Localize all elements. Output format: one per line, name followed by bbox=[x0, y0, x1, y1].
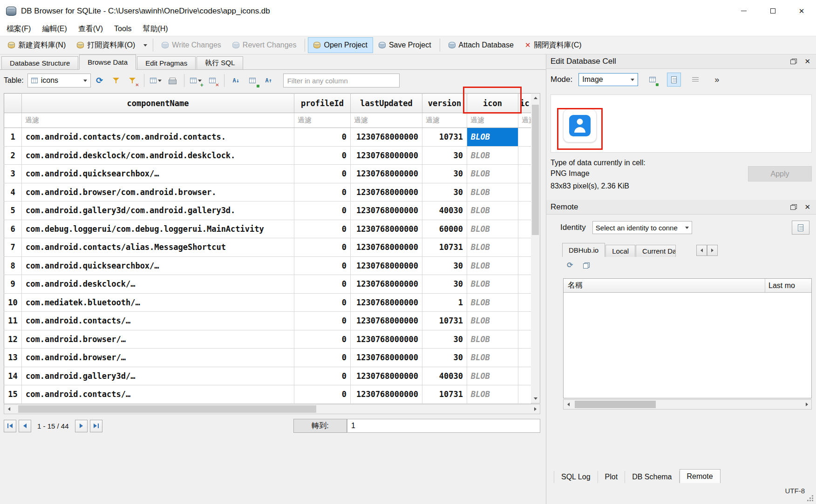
table-row[interactable]: 12 com.android.browser/… 0 1230768000000… bbox=[4, 330, 531, 349]
sort-asc-button[interactable]: A↓ bbox=[229, 74, 244, 87]
cell-icon[interactable]: BLOB bbox=[467, 146, 518, 165]
sort-desc-button[interactable]: A↑ bbox=[261, 74, 276, 87]
cell-componentName[interactable]: com.android.gallery3d/… bbox=[22, 367, 294, 385]
vertical-scrollbar[interactable] bbox=[531, 93, 540, 403]
import-data-button[interactable] bbox=[646, 73, 660, 87]
cell-componentName[interactable]: com.android.quicksearchbox/… bbox=[22, 165, 294, 183]
cell-version[interactable]: 40030 bbox=[422, 367, 467, 385]
cell-profileId[interactable]: 0 bbox=[294, 256, 351, 275]
resize-grip-icon[interactable] bbox=[812, 500, 813, 501]
horizontal-scrollbar[interactable] bbox=[4, 404, 540, 414]
col-header-last-modified[interactable]: Last mo bbox=[765, 279, 811, 292]
col-header-icon[interactable]: icon bbox=[467, 94, 518, 113]
menu-view[interactable]: 查看(V) bbox=[73, 22, 109, 36]
table-row[interactable]: 3 com.android.quicksearchbox/… 0 1230768… bbox=[4, 165, 531, 183]
table-row[interactable]: 11 com.android.contacts/… 0 123076800000… bbox=[4, 312, 531, 330]
new-record-button[interactable]: + bbox=[189, 74, 204, 87]
tab-local[interactable]: Local bbox=[605, 245, 635, 257]
cell-profileId[interactable]: 0 bbox=[294, 349, 351, 367]
filter-profileId[interactable]: 過濾 bbox=[294, 113, 351, 128]
cell-icon[interactable]: BLOB bbox=[467, 128, 518, 147]
cell-componentName[interactable]: com.android.contacts/com.android.contact… bbox=[22, 128, 294, 147]
word-wrap-button[interactable] bbox=[688, 73, 702, 87]
text-view-button[interactable] bbox=[667, 73, 681, 87]
col-header-lastUpdated[interactable]: lastUpdated bbox=[351, 94, 422, 113]
open-database-button[interactable]: 打開資料庫(O) bbox=[71, 37, 141, 54]
goto-button[interactable]: 轉到: bbox=[293, 419, 347, 433]
cell-version[interactable]: 60000 bbox=[422, 220, 467, 238]
float-panel-icon[interactable] bbox=[790, 59, 797, 64]
cell-profileId[interactable]: 0 bbox=[294, 385, 351, 404]
table-row[interactable]: 13 com.android.browser/… 0 1230768000000… bbox=[4, 349, 531, 367]
cell-lastUpdated[interactable]: 1230768000000 bbox=[351, 165, 422, 183]
row-number[interactable]: 10 bbox=[4, 293, 22, 312]
col-header-profileId[interactable]: profileId bbox=[294, 94, 351, 113]
row-number[interactable]: 13 bbox=[4, 349, 22, 367]
apply-button[interactable]: Apply bbox=[748, 166, 812, 181]
table-row[interactable]: 10 com.mediatek.bluetooth/… 0 1230768000… bbox=[4, 293, 531, 312]
scroll-right-button[interactable] bbox=[530, 404, 540, 414]
cell-lastUpdated[interactable]: 1230768000000 bbox=[351, 128, 422, 147]
row-number[interactable]: 15 bbox=[4, 385, 22, 404]
tab-edit-pragmas[interactable]: Edit Pragmas bbox=[137, 56, 196, 69]
tab-database-structure[interactable]: Database Structure bbox=[1, 56, 78, 69]
refresh-icon[interactable]: ⟳ bbox=[567, 262, 573, 269]
cell-componentName[interactable]: com.mediatek.bluetooth/… bbox=[22, 293, 294, 312]
row-number[interactable]: 3 bbox=[4, 165, 22, 183]
cell-lastUpdated[interactable]: 1230768000000 bbox=[351, 312, 422, 330]
cell-icon[interactable]: BLOB bbox=[467, 275, 518, 294]
cell-componentName[interactable]: com.android.browser/… bbox=[22, 330, 294, 349]
cell-componentName[interactable]: com.android.contacts/… bbox=[22, 385, 294, 404]
row-number[interactable]: 9 bbox=[4, 275, 22, 294]
write-changes-button[interactable]: Write Changes bbox=[156, 37, 227, 53]
row-number[interactable]: 7 bbox=[4, 238, 22, 257]
menu-file[interactable]: 檔案(F) bbox=[1, 22, 36, 36]
mode-select[interactable]: Image bbox=[578, 73, 638, 86]
table-row[interactable]: 14 com.android.gallery3d/… 0 12307680000… bbox=[4, 367, 531, 385]
tab-sql-log[interactable]: SQL Log bbox=[554, 471, 598, 483]
filter-button[interactable] bbox=[109, 74, 123, 87]
identity-select[interactable]: Select an identity to conne bbox=[592, 221, 692, 234]
first-page-button[interactable] bbox=[4, 420, 16, 432]
cell-profileId[interactable]: 0 bbox=[294, 275, 351, 294]
cell-profileId[interactable]: 0 bbox=[294, 128, 351, 147]
filter-componentName[interactable]: 過濾 bbox=[22, 113, 294, 128]
delete-record-button[interactable]: ✕ bbox=[205, 74, 220, 87]
cell-version[interactable]: 40030 bbox=[422, 202, 467, 220]
cell-profileId[interactable]: 0 bbox=[294, 293, 351, 312]
cell-version[interactable]: 30 bbox=[422, 183, 467, 202]
cell-lastUpdated[interactable]: 1230768000000 bbox=[351, 256, 422, 275]
refresh-button[interactable]: ⟳ bbox=[92, 74, 107, 87]
cell-version[interactable]: 1 bbox=[422, 293, 467, 312]
cell-icon[interactable]: BLOB bbox=[467, 293, 518, 312]
cell-profileId[interactable]: 0 bbox=[294, 202, 351, 220]
cell-componentName[interactable]: com.android.contacts/… bbox=[22, 312, 294, 330]
close-panel-icon[interactable]: ✕ bbox=[804, 203, 810, 211]
cell-icon[interactable]: BLOB bbox=[467, 330, 518, 349]
print-button[interactable] bbox=[165, 74, 180, 87]
cell-componentName[interactable]: com.android.gallery3d/com.android.galler… bbox=[22, 202, 294, 220]
filter-version[interactable]: 過濾 bbox=[422, 113, 467, 128]
row-number[interactable]: 2 bbox=[4, 146, 22, 165]
table-row[interactable]: 5 com.android.gallery3d/com.android.gall… bbox=[4, 202, 531, 220]
tab-remote[interactable]: Remote bbox=[680, 469, 721, 483]
col-header-partial[interactable]: ic bbox=[518, 94, 531, 113]
cell-version[interactable]: 30 bbox=[422, 275, 467, 294]
scroll-right-button[interactable] bbox=[802, 400, 811, 409]
cell-icon[interactable]: BLOB bbox=[467, 367, 518, 385]
cell-lastUpdated[interactable]: 1230768000000 bbox=[351, 238, 422, 257]
cell-componentName[interactable]: com.android.deskclock/… bbox=[22, 275, 294, 294]
filter-any-column-input[interactable] bbox=[283, 74, 400, 87]
panel-overflow-button[interactable]: » bbox=[714, 75, 718, 85]
cell-version[interactable]: 30 bbox=[422, 146, 467, 165]
grid-corner[interactable] bbox=[4, 94, 22, 113]
row-number[interactable]: 11 bbox=[4, 312, 22, 330]
table-row[interactable]: 9 com.android.deskclock/… 0 123076800000… bbox=[4, 275, 531, 294]
row-number[interactable]: 1 bbox=[4, 128, 22, 147]
row-number[interactable]: 12 bbox=[4, 330, 22, 349]
row-number[interactable]: 6 bbox=[4, 220, 22, 238]
tab-dbhub[interactable]: DBHub.io bbox=[562, 243, 605, 257]
revert-changes-button[interactable]: Revert Changes bbox=[227, 37, 302, 53]
close-panel-icon[interactable]: ✕ bbox=[804, 57, 810, 66]
cell-componentName[interactable]: com.debug.loggerui/com.debug.loggerui.Ma… bbox=[22, 220, 294, 238]
